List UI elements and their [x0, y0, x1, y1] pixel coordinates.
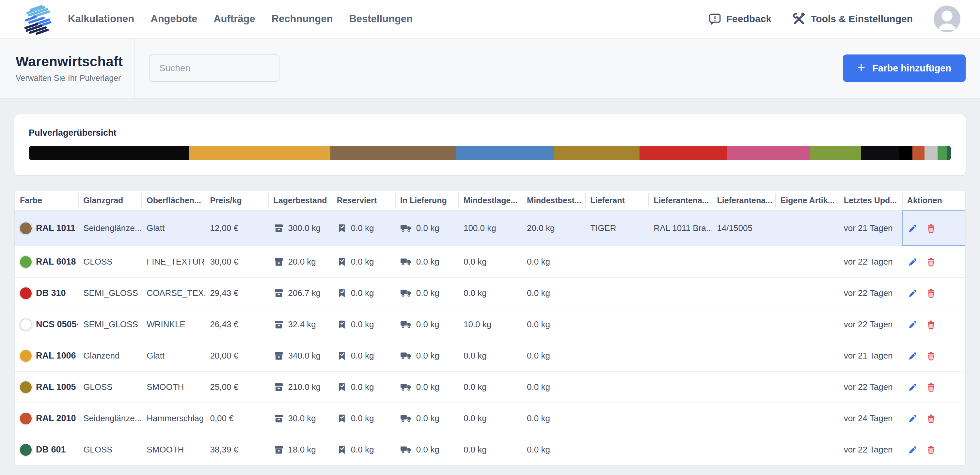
edit-button[interactable]	[907, 224, 917, 233]
col-aktionen[interactable]: Aktionen	[902, 191, 965, 210]
edit-button[interactable]	[907, 445, 917, 455]
cell-aktionen	[902, 246, 965, 277]
cell-lieferantenartikel-name	[648, 340, 712, 371]
edit-button[interactable]	[907, 382, 917, 392]
cell-reserviert: 0.0 kg	[332, 210, 395, 246]
cell-letztes-update: vor 21 Tagen	[838, 340, 902, 371]
cell-aktionen	[902, 278, 965, 309]
table-row[interactable]: RAL 1006 Glänzend Glatt 20,00 € 340.0 kg…	[15, 340, 965, 372]
cell-mindestlager: 0.0 kg	[458, 403, 522, 434]
col-in-lieferung[interactable]: In Lieferung	[395, 191, 458, 210]
color-bar-segment	[810, 146, 861, 160]
col-lagerbestand[interactable]: Lagerbestand	[268, 191, 332, 210]
truck-icon	[400, 320, 412, 329]
cell-in-lieferung: 0.0 kg	[395, 372, 458, 403]
tools-settings-button[interactable]: Tools & Einstellungen	[792, 13, 913, 25]
delete-button[interactable]	[926, 257, 936, 267]
col-oberflaeche[interactable]: Oberflächen...	[142, 191, 205, 210]
truck-icon	[400, 288, 412, 298]
cell-reserviert: 0.0 kg	[332, 403, 395, 434]
cell-oberflaeche: FINE_TEXTURE	[142, 246, 205, 277]
trash-icon	[926, 288, 936, 298]
edit-button[interactable]	[907, 320, 917, 329]
truck-icon	[400, 382, 412, 392]
add-color-button[interactable]: + Farbe hinzufügen	[843, 54, 966, 82]
delete-button[interactable]	[926, 288, 936, 298]
nav-item-kalkulationen[interactable]: Kalkulationen	[68, 13, 134, 25]
edit-button[interactable]	[907, 257, 917, 267]
cell-farbe: DB 310	[15, 278, 78, 309]
pencil-icon	[907, 257, 917, 267]
reserved-value: 0.0 kg	[351, 319, 374, 329]
reserved-value: 0.0 kg	[351, 351, 374, 361]
table-header-row: Farbe Glanzgrad Oberflächen... Preis/kg …	[15, 191, 965, 210]
col-lieferantenartikel-1[interactable]: Lieferantena...	[648, 191, 712, 210]
stock-value: 18.0 kg	[288, 445, 316, 455]
stock-value: 32.4 kg	[288, 319, 316, 329]
col-farbe[interactable]: Farbe	[15, 191, 78, 210]
col-mindestlager[interactable]: Mindestlage...	[458, 191, 522, 210]
cell-eigene-artikel	[775, 340, 838, 371]
feedback-button[interactable]: Feedback	[709, 13, 772, 25]
delete-button[interactable]	[926, 414, 936, 423]
col-eigene-artikel[interactable]: Eigene Artik...	[775, 191, 838, 210]
edit-button[interactable]	[907, 414, 917, 423]
table-row[interactable]: RAL 6018 GLOSS FINE_TEXTURE 30,00 € 20.0…	[15, 246, 965, 278]
col-glanzgrad[interactable]: Glanzgrad	[78, 191, 142, 210]
cell-aktionen	[902, 434, 965, 465]
cell-in-lieferung: 0.0 kg	[395, 210, 458, 246]
edit-button[interactable]	[907, 288, 917, 298]
delete-button[interactable]	[926, 351, 936, 361]
stock-value: 210.0 kg	[288, 382, 321, 392]
cell-preis: 12,00 €	[205, 210, 268, 246]
reserved-value: 0.0 kg	[351, 382, 374, 392]
delete-button[interactable]	[926, 382, 936, 392]
delete-button[interactable]	[926, 320, 936, 329]
color-name: RAL 2010	[36, 413, 76, 423]
table-row[interactable]: RAL 1005 GLOSS SMOOTH 25,00 € 210.0 kg 0…	[15, 372, 965, 403]
nav-item-angebote[interactable]: Angebote	[151, 13, 197, 25]
col-mindestbestellung[interactable]: Mindestbest...	[522, 191, 585, 210]
cell-glanzgrad: Glänzend	[78, 340, 142, 371]
cell-in-lieferung: 0.0 kg	[395, 309, 458, 340]
col-lieferantenartikel-2[interactable]: Lieferantena...	[712, 191, 775, 210]
nav-item-rechnungen[interactable]: Rechnungen	[272, 13, 333, 25]
cell-aktionen	[902, 340, 965, 371]
cell-mindestbestellung: 0.0 kg	[522, 246, 585, 277]
color-swatch	[20, 222, 32, 234]
col-preis[interactable]: Preis/kg	[205, 191, 268, 210]
archive-box-icon	[274, 223, 284, 234]
stock-value: 20.0 kg	[288, 257, 316, 267]
col-letztes-update[interactable]: Letztes Upd...	[838, 191, 902, 210]
cell-lieferantenartikel-nr: 14/15005	[712, 210, 775, 246]
bookmark-check-icon	[337, 445, 347, 455]
cell-letztes-update: vor 22 Tagen	[838, 372, 902, 403]
archive-box-icon	[274, 382, 284, 392]
edit-button[interactable]	[907, 351, 917, 361]
search-input[interactable]	[149, 54, 280, 82]
table-row[interactable]: RAL 2010 Seidenglänze... Hammerschlag 0,…	[15, 403, 965, 434]
cell-glanzgrad: GLOSS	[78, 372, 142, 403]
nav-right-group: Feedback Tools & Einstellungen	[709, 6, 961, 32]
delete-button[interactable]	[926, 224, 936, 233]
table-row[interactable]: RAL 1011 Seidenglänze... Glatt 12,00 € 3…	[15, 210, 965, 246]
table-row[interactable]: NCS 0505-Y SEMI_GLOSS WRINKLE 26,43 € 32…	[15, 309, 965, 340]
truck-icon	[400, 224, 412, 233]
delete-button[interactable]	[926, 445, 936, 455]
nav-item-auftraege[interactable]: Aufträge	[213, 13, 255, 25]
brand-logo-icon[interactable]	[21, 3, 53, 35]
table-row[interactable]: DB 601 GLOSS SMOOTH 38,39 € 18.0 kg 0.0 …	[15, 434, 965, 465]
pencil-icon	[907, 320, 917, 329]
cell-letztes-update: vor 22 Tagen	[838, 309, 902, 340]
nav-item-bestellungen[interactable]: Bestellungen	[349, 13, 413, 25]
trash-icon	[926, 445, 936, 455]
stock-color-bar	[29, 146, 951, 160]
bookmark-check-icon	[337, 414, 347, 423]
table-row[interactable]: DB 310 SEMI_GLOSS COARSE_TEX... 29,43 € …	[15, 278, 965, 309]
page-header-band: Warenwirtschaft Verwalten Sie Ihr Pulver…	[0, 38, 980, 98]
col-lieferant[interactable]: Lieferant	[585, 191, 648, 210]
color-bar-segment	[456, 146, 554, 160]
table-body: RAL 1011 Seidenglänze... Glatt 12,00 € 3…	[15, 210, 965, 465]
col-reserviert[interactable]: Reserviert	[332, 191, 395, 210]
user-avatar-icon[interactable]	[934, 6, 961, 32]
